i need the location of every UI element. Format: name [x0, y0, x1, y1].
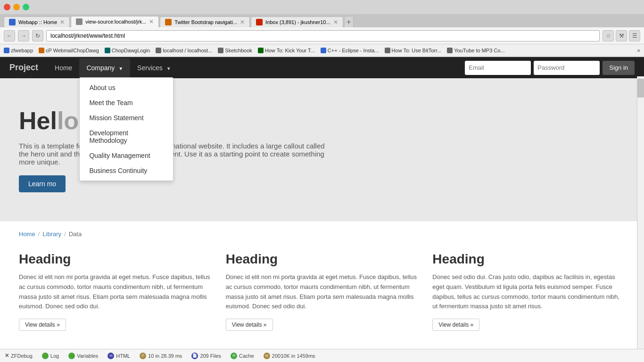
toolbar-actions: ☆ ⚒ ☰	[603, 30, 640, 41]
column-1-heading: Heading	[19, 252, 212, 267]
nav-company-label: Company	[86, 64, 115, 72]
tab-close-icon[interactable]: ✕	[333, 19, 338, 25]
bookmark-favicon	[447, 48, 453, 53]
column-1-text: Donec id elit non mi porta gravida at eg…	[19, 272, 212, 312]
navbar-nav: Home Company ▼ About us Meet the Team Mi…	[48, 58, 178, 77]
browser-tabs-bar: Webapp :: Home ✕ view-source:localhost/j…	[0, 14, 644, 27]
bookmark-webmail[interactable]: cP WebmailChopDawg	[39, 48, 99, 53]
bookmark-favicon	[321, 48, 326, 53]
reload-btn[interactable]: ↻	[32, 30, 43, 41]
bookmark-youtube-mp3[interactable]: YouTube to MP3 Co...	[447, 48, 504, 53]
bookmark-label: zfwebapp	[11, 48, 33, 53]
tab-favicon	[165, 19, 172, 25]
nav-item-home: Home	[48, 58, 79, 77]
bookmark-cpp-eclipse[interactable]: C++ - Eclipse - Insta...	[321, 48, 379, 53]
dropdown-item-meet-team[interactable]: Meet the Team	[80, 95, 173, 110]
address-bar[interactable]	[46, 30, 600, 41]
caret-icon: ▼	[118, 66, 123, 71]
window-maximize-btn[interactable]	[23, 4, 29, 10]
bookmark-favicon	[156, 48, 161, 53]
bookmark-favicon	[39, 48, 44, 53]
new-tab-btn[interactable]: +	[344, 16, 354, 27]
nav-link-services[interactable]: Services ▼	[130, 58, 178, 77]
column-1: Heading Donec id elit non mi porta gravi…	[19, 252, 212, 331]
view-details-btn-3[interactable]: View details »	[432, 319, 479, 331]
tab-view-source[interactable]: view-source:localhost/jrk... ✕	[71, 16, 159, 27]
browser-toolbar: ← → ↻ ☆ ⚒ ☰	[0, 27, 644, 44]
bookmark-how-to-bittorr[interactable]: How To: Use BitTorr...	[385, 48, 442, 53]
bookmark-favicon	[105, 48, 110, 53]
bookmark-favicon	[218, 48, 223, 53]
tab-close-icon[interactable]: ✕	[149, 18, 154, 25]
main-content: Home / Library / Data Heading Donec id e…	[0, 221, 644, 340]
nav-item-services: Services ▼	[130, 58, 178, 77]
signin-button[interactable]: Sign in	[603, 61, 635, 75]
column-3-text: Donec sed odio dui. Cras justo odio, dap…	[432, 272, 625, 312]
content-columns: Heading Donec id elit non mi porta gravi…	[19, 252, 625, 331]
nav-item-company: Company ▼ About us Meet the Team Mission…	[79, 58, 130, 77]
breadcrumb: Home / Library / Data	[19, 230, 625, 238]
bookmark-label: How To: Use BitTorr...	[392, 48, 442, 53]
tab-gmail[interactable]: Inbox (3,891) - jkushner10... ✕	[251, 16, 343, 27]
column-3: Heading Donec sed odio dui. Cras justo o…	[432, 252, 625, 331]
nav-link-home[interactable]: Home	[48, 58, 79, 77]
column-3-heading: Heading	[432, 252, 625, 267]
bookmark-chopdawg-login[interactable]: ChopDawgLogin	[105, 48, 150, 53]
more-bookmarks-btn[interactable]: »	[637, 47, 640, 54]
tab-twitter-bootstrap[interactable]: Twitter Bootstrap navigati... ✕	[160, 16, 250, 27]
password-input[interactable]	[534, 61, 600, 75]
tab-favicon	[256, 19, 263, 25]
navbar-brand[interactable]: Project	[9, 63, 38, 73]
tab-webapp-home[interactable]: Webapp :: Home ✕	[4, 16, 70, 27]
window-close-btn[interactable]	[4, 4, 10, 10]
view-details-btn-1[interactable]: View details »	[19, 319, 66, 331]
dropdown-item-about[interactable]: About us	[80, 80, 173, 95]
dropdown-item-dev-methodology[interactable]: Development Methodology	[80, 125, 173, 148]
tab-close-icon[interactable]: ✕	[240, 19, 245, 25]
bookmark-sketchbook[interactable]: Sketchbook	[218, 48, 252, 53]
tab-label: Webapp :: Home	[18, 19, 57, 25]
bookmark-label: How To: Kick Your T...	[265, 48, 315, 53]
breadcrumb-current: Data	[69, 230, 82, 238]
wrench-icon[interactable]: ⚒	[616, 30, 627, 41]
dropdown-item-mission[interactable]: Mission Statement	[80, 110, 173, 125]
bookmark-star-icon[interactable]: ☆	[603, 30, 614, 41]
services-caret-icon: ▼	[166, 66, 171, 71]
breadcrumb-sep2: /	[64, 230, 66, 238]
column-2: Heading Donec id elit non mi porta gravi…	[226, 252, 419, 331]
bookmark-favicon	[258, 48, 264, 53]
bookmark-label: ChopDawgLogin	[112, 48, 150, 53]
bookmark-favicon	[385, 48, 390, 53]
bookmark-zfwebapp[interactable]: zfwebapp	[4, 48, 33, 53]
bookmark-label: Sketchbook	[225, 48, 252, 53]
scrollbar-thumb[interactable]	[637, 79, 644, 98]
scrollbar[interactable]	[637, 76, 644, 340]
email-input[interactable]	[465, 61, 531, 75]
breadcrumb-library[interactable]: Library	[42, 230, 61, 238]
back-btn[interactable]: ←	[4, 30, 15, 41]
breadcrumb-sep1: /	[38, 230, 40, 238]
bookmark-label: YouTube to MP3 Co...	[454, 48, 504, 53]
bookmarks-bar: zfwebapp cP WebmailChopDawg ChopDawgLogi…	[0, 44, 644, 57]
view-details-btn-2[interactable]: View details »	[226, 319, 273, 331]
learn-more-button[interactable]: Learn mo	[19, 175, 66, 192]
window-minimize-btn[interactable]	[13, 4, 20, 10]
tab-favicon	[76, 18, 83, 25]
tab-label: Twitter Bootstrap navigati...	[174, 19, 237, 25]
nav-link-company[interactable]: Company ▼	[79, 58, 130, 77]
dropdown-item-business[interactable]: Business Continuity	[80, 163, 173, 178]
tab-close-icon[interactable]: ✕	[60, 19, 65, 25]
menu-icon[interactable]: ☰	[629, 30, 640, 41]
dropdown-item-quality[interactable]: Quality Management	[80, 148, 173, 163]
company-dropdown-menu: About us Meet the Team Mission Statement…	[79, 77, 173, 181]
tab-label: Inbox (3,891) - jkushner10...	[265, 19, 330, 25]
nav-services-label: Services	[137, 64, 163, 72]
bookmark-how-to-kick[interactable]: How To: Kick Your T...	[258, 48, 315, 53]
tab-label: view-source:localhost/jrk...	[85, 19, 146, 25]
breadcrumb-home[interactable]: Home	[19, 230, 35, 238]
forward-btn[interactable]: →	[18, 30, 29, 41]
column-2-heading: Heading	[226, 252, 419, 267]
bookmark-label: localhost / localhost...	[163, 48, 212, 53]
bookmark-favicon	[4, 48, 9, 53]
bookmark-localhost[interactable]: localhost / localhost...	[156, 48, 212, 53]
